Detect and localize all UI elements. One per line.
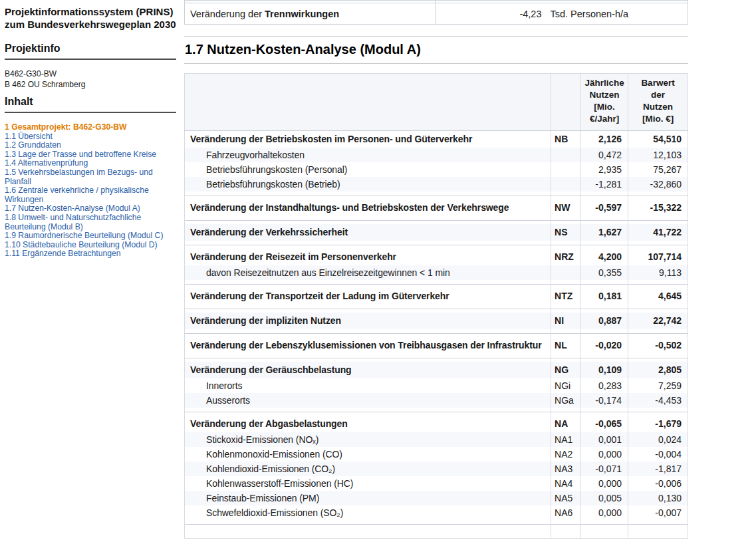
row-code xyxy=(551,148,581,162)
partial-cell xyxy=(551,528,581,539)
annual-value: -0,071 xyxy=(581,462,628,476)
separator-cell xyxy=(581,354,628,362)
group-separator xyxy=(185,241,688,249)
group-separator xyxy=(185,354,688,362)
table-row: Feinstaub-Emissionen (PM)NA50,0050,130 xyxy=(185,491,688,505)
separator-cell xyxy=(551,520,581,528)
table-row: Betriebsführungskosten (Personal)2,93575… xyxy=(185,162,688,177)
annual-value: 0,181 xyxy=(581,288,628,305)
sidebar-item-gesamtprojekt[interactable]: 1 Gesamtprojekt: B462-G30-BW xyxy=(5,123,182,132)
row-label: Stickoxid-Emissionen (NOₓ) xyxy=(185,432,551,447)
separator-cell xyxy=(628,280,688,288)
row-label: Veränderung der Instandhaltungs- und Bet… xyxy=(185,200,551,216)
barwert-value: -15,322 xyxy=(628,200,688,216)
sidebar-nav: 1 Gesamtprojekt: B462-G30-BW 1.1 Übersic… xyxy=(5,123,182,259)
separator-cell xyxy=(581,192,628,200)
separator-cell xyxy=(581,520,628,528)
separator-cell xyxy=(185,305,551,313)
col-header-annual: Jährliche Nutzen [Mio. €/Jahr] xyxy=(581,74,628,131)
row-code: NG xyxy=(551,362,581,378)
separator-cell xyxy=(185,408,551,416)
row-label: Kohlendioxid-Emissionen (CO₂) xyxy=(185,462,551,476)
row-code: NW xyxy=(551,200,581,216)
separator-cell xyxy=(581,241,628,249)
row-label: Kohlenmonoxid-Emissionen (CO) xyxy=(185,447,551,462)
annual-value: -0,020 xyxy=(581,337,628,354)
annual-value: 0,000 xyxy=(581,447,628,462)
table-row: Kohlenmonoxid-Emissionen (CO)NA20,000-0,… xyxy=(185,447,688,462)
barwert-value: -0,007 xyxy=(628,505,688,520)
project-id: B462-G30-BW xyxy=(5,68,182,79)
sidebar-divider xyxy=(5,59,176,60)
group-separator xyxy=(185,329,688,337)
projektinfo-heading: Projektinfo xyxy=(5,42,182,55)
separator-cell xyxy=(581,280,628,288)
sidebar-item-1-2[interactable]: 1.2 Grunddaten xyxy=(5,141,182,150)
sidebar-item-1-5[interactable]: 1.5 Verkehrsbelastungen im Bezugs- und P… xyxy=(5,168,182,186)
row-label: Veränderung der Betriebskosten im Person… xyxy=(185,131,551,148)
annual-value: -0,597 xyxy=(581,200,628,216)
separator-cell xyxy=(185,280,551,288)
separator-cell xyxy=(628,216,688,224)
col-header-empty xyxy=(185,74,551,131)
barwert-value: -0,502 xyxy=(628,337,688,354)
separator-cell xyxy=(628,329,688,337)
row-label: Veränderung der Geräuschbelastung xyxy=(185,362,551,378)
barwert-value: -1,679 xyxy=(628,416,688,432)
sidebar-item-1-10[interactable]: 1.10 Städtebauliche Beurteilung (Modul D… xyxy=(5,241,182,250)
row-label: Schwefeldioxid-Emissionen (SO₂) xyxy=(185,505,551,520)
annual-value: 0,005 xyxy=(581,491,628,505)
row-code: NA1 xyxy=(551,432,581,447)
inhalt-heading: Inhalt xyxy=(5,95,182,108)
sidebar-item-1-8[interactable]: 1.8 Umwelt- und Naturschutzfachliche Beu… xyxy=(5,213,182,231)
barwert-value: 54,510 xyxy=(628,131,688,148)
sidebar-item-1-4[interactable]: 1.4 Alternativenprüfung xyxy=(5,159,182,168)
sidebar-item-1-9[interactable]: 1.9 Raumordnerische Beurteilung (Modul C… xyxy=(5,231,182,241)
col-header-code xyxy=(551,74,581,131)
barwert-value: 2,805 xyxy=(628,362,688,378)
barwert-value: -1,817 xyxy=(628,462,688,476)
row-label: davon Reisezeitnutzen aus Einzelreisezei… xyxy=(185,265,551,280)
partial-cell xyxy=(185,528,551,539)
barwert-value: -4,453 xyxy=(628,393,688,408)
separator-cell xyxy=(581,216,628,224)
sidebar: Projektinformationssystem (PRINS) zum Bu… xyxy=(5,5,182,259)
table-row: Stickoxid-Emissionen (NOₓ)NA10,0010,024 xyxy=(185,432,688,447)
trennwirkungen-value-cell: -4,23Tsd. Personen-h/a xyxy=(436,3,688,25)
table-row: davon Reisezeitnutzen aus Einzelreisezei… xyxy=(185,265,688,280)
sidebar-item-1-7[interactable]: 1.7 Nutzen-Kosten-Analyse (Modul A) xyxy=(5,204,182,213)
table-row: Veränderung der Instandhaltungs- und Bet… xyxy=(185,200,688,216)
separator-cell xyxy=(628,354,688,362)
sidebar-item-1-6[interactable]: 1.6 Zentrale verkehrliche / physikalisch… xyxy=(5,186,182,204)
row-code: NA xyxy=(551,416,581,432)
barwert-value: -32,860 xyxy=(628,177,688,192)
row-code: NA3 xyxy=(551,462,581,476)
barwert-value: 12,103 xyxy=(628,148,688,162)
annual-value: 0,001 xyxy=(581,432,628,447)
separator-cell xyxy=(551,241,581,249)
nka-table: Jährliche Nutzen [Mio. €/Jahr] Barwert d… xyxy=(184,73,688,539)
annual-value: 4,200 xyxy=(581,249,628,265)
annual-value: 1,627 xyxy=(581,224,628,241)
section-divider xyxy=(184,36,688,37)
separator-cell xyxy=(551,216,581,224)
separator-cell xyxy=(185,216,551,224)
group-separator xyxy=(185,305,688,313)
sidebar-divider xyxy=(5,112,176,113)
nka-table-body: Veränderung der Betriebskosten im Person… xyxy=(185,131,688,539)
sidebar-item-1-3[interactable]: 1.3 Lage der Trasse und betroffene Kreis… xyxy=(5,150,182,160)
sidebar-item-1-1[interactable]: 1.1 Übersicht xyxy=(5,132,182,142)
row-label: Veränderung der Abgasbelastungen xyxy=(185,416,551,432)
group-separator xyxy=(185,280,688,288)
separator-cell xyxy=(628,241,688,249)
row-code xyxy=(551,265,581,280)
separator-cell xyxy=(581,329,628,337)
sidebar-item-1-11[interactable]: 1.11 Ergänzende Betrachtungen xyxy=(5,249,182,259)
annual-value: 0,887 xyxy=(581,313,628,329)
row-label: Veränderung der Lebenszyklusemissionen v… xyxy=(185,337,551,354)
separator-cell xyxy=(551,280,581,288)
separator-cell xyxy=(581,408,628,416)
separator-cell xyxy=(628,305,688,313)
section-heading: 1.7 Nutzen-Kosten-Analyse (Modul A) xyxy=(184,41,688,58)
trennwirkungen-label: Veränderung der Trennwirkungen xyxy=(185,3,436,25)
